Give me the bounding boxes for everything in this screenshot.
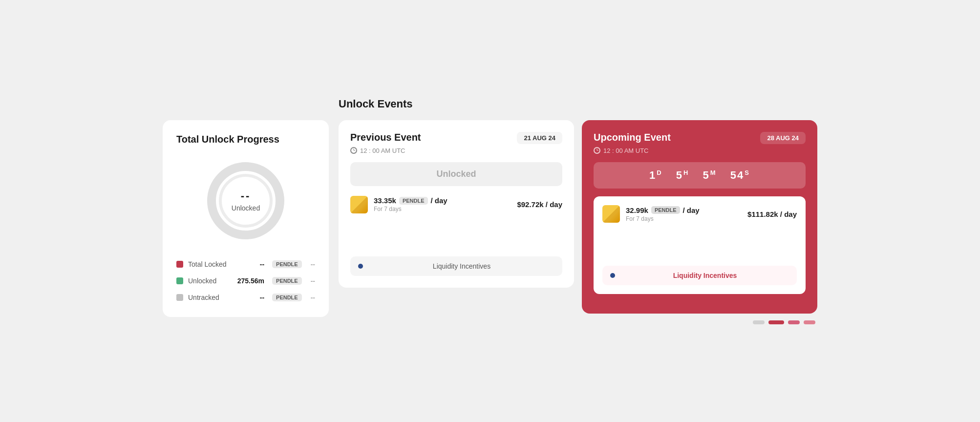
events-section: Previous Event 21 AUG 24 12 : 00 AM UTC … bbox=[339, 120, 817, 324]
upcoming-event-date: 28 AUG 24 bbox=[760, 132, 806, 144]
previous-reward-for: For 7 days bbox=[374, 206, 511, 212]
donut-label: Unlocked bbox=[232, 204, 260, 212]
legend-locked-value: -- bbox=[260, 260, 264, 268]
upcoming-event-title: Upcoming Event bbox=[594, 132, 671, 143]
countdown-bar: 1D 5H 5M 54S bbox=[594, 162, 806, 189]
donut-wrapper: -- Unlocked bbox=[202, 157, 290, 245]
unlock-events-title: Unlock Events bbox=[163, 98, 817, 110]
upcoming-reward-amount-row: 32.99k PENDLE / day bbox=[626, 206, 742, 214]
locked-dot bbox=[176, 261, 183, 268]
previous-pendle-icon bbox=[350, 196, 368, 213]
upcoming-reward-unit: / day bbox=[683, 206, 700, 214]
countdown-days: 1 bbox=[649, 169, 656, 181]
legend-untracked-badge: PENDLE bbox=[272, 294, 302, 301]
legend-unlocked-suffix: -- bbox=[311, 277, 315, 285]
upcoming-event-card: Upcoming Event 28 AUG 24 12 : 00 AM UTC … bbox=[582, 120, 817, 314]
upcoming-pendle-badge: PENDLE bbox=[651, 206, 680, 214]
countdown-seconds: 54 bbox=[730, 169, 744, 181]
progress-card-title: Total Unlock Progress bbox=[176, 134, 315, 145]
previous-pendle-badge: PENDLE bbox=[399, 197, 428, 205]
previous-liq-label: Liquidity Incentives bbox=[369, 262, 554, 270]
legend-locked-name: Total Locked bbox=[188, 260, 255, 268]
upcoming-reward-usd: $111.82k / day bbox=[747, 210, 797, 218]
untracked-dot bbox=[176, 294, 183, 301]
donut-container: -- Unlocked bbox=[176, 157, 315, 245]
progress-card: Total Unlock Progress -- Unlocked bbox=[163, 120, 329, 317]
countdown-hours: 5 bbox=[676, 169, 683, 181]
page-dot-4[interactable] bbox=[804, 320, 815, 324]
outer-container: Unlock Events Total Unlock Progress -- U… bbox=[148, 83, 832, 339]
page-dot-1[interactable] bbox=[753, 320, 765, 324]
legend-unlocked-name: Unlocked bbox=[188, 277, 233, 285]
legend-unlocked-badge: PENDLE bbox=[272, 277, 302, 285]
pagination bbox=[339, 320, 817, 324]
countdown-hours-unit: H bbox=[683, 169, 689, 176]
legend-untracked-value: -- bbox=[260, 294, 264, 301]
upcoming-liq-label: Liquidity Incentives bbox=[621, 272, 789, 279]
upcoming-liquidity-row[interactable]: Liquidity Incentives bbox=[602, 266, 797, 285]
upcoming-spacer bbox=[602, 227, 797, 266]
page-dot-3[interactable] bbox=[788, 320, 800, 324]
upcoming-reward-row: 32.99k PENDLE / day For 7 days $111.82k … bbox=[602, 205, 797, 223]
legend-locked-suffix: -- bbox=[311, 260, 315, 268]
previous-reward-amount-row: 33.35k PENDLE / day bbox=[374, 196, 511, 205]
legend-untracked-name: Untracked bbox=[188, 294, 255, 301]
previous-reward-info: 33.35k PENDLE / day For 7 days bbox=[374, 196, 511, 212]
previous-event-time: 12 : 00 AM UTC bbox=[360, 147, 405, 154]
previous-event-time-row: 12 : 00 AM UTC bbox=[350, 147, 562, 154]
countdown-seconds-unit: S bbox=[745, 169, 750, 176]
legend-items: Total Locked -- PENDLE -- Unlocked 275.5… bbox=[176, 260, 315, 301]
previous-event-date: 21 AUG 24 bbox=[517, 132, 562, 144]
donut-dash: -- bbox=[232, 190, 260, 202]
legend-row-untracked: Untracked -- PENDLE -- bbox=[176, 294, 315, 301]
previous-reward-usd: $92.72k / day bbox=[517, 200, 562, 209]
previous-clock-icon bbox=[350, 147, 357, 154]
previous-event-header: Previous Event 21 AUG 24 bbox=[350, 132, 562, 144]
legend-row-unlocked: Unlocked 275.56m PENDLE -- bbox=[176, 277, 315, 285]
events-cards: Previous Event 21 AUG 24 12 : 00 AM UTC … bbox=[339, 120, 817, 314]
legend-row-locked: Total Locked -- PENDLE -- bbox=[176, 260, 315, 268]
legend-unlocked-value: 275.56m bbox=[237, 277, 264, 285]
unlocked-button[interactable]: Unlocked bbox=[350, 162, 562, 186]
countdown-minutes-unit: M bbox=[710, 169, 717, 176]
previous-event-card: Previous Event 21 AUG 24 12 : 00 AM UTC … bbox=[339, 120, 574, 288]
upcoming-event-header: Upcoming Event 28 AUG 24 bbox=[594, 132, 806, 144]
legend-locked-badge: PENDLE bbox=[272, 260, 302, 268]
page-dot-2[interactable] bbox=[768, 320, 784, 324]
previous-reward-amount: 33.35k bbox=[374, 196, 396, 205]
upcoming-reward-for: For 7 days bbox=[626, 215, 742, 222]
upcoming-clock-icon bbox=[594, 147, 600, 154]
upcoming-event-time-row: 12 : 00 AM UTC bbox=[594, 147, 806, 154]
main-layout: Total Unlock Progress -- Unlocked bbox=[163, 120, 817, 324]
upcoming-reward-info: 32.99k PENDLE / day For 7 days bbox=[626, 206, 742, 222]
legend-untracked-suffix: -- bbox=[311, 294, 315, 301]
previous-liq-dot bbox=[358, 264, 363, 269]
previous-spacer bbox=[350, 217, 562, 256]
upcoming-liq-dot bbox=[610, 273, 615, 278]
upcoming-inner-card: 32.99k PENDLE / day For 7 days $111.82k … bbox=[594, 196, 806, 294]
previous-liquidity-row[interactable]: Liquidity Incentives bbox=[350, 256, 562, 276]
upcoming-event-time: 12 : 00 AM UTC bbox=[603, 147, 648, 154]
countdown-days-unit: D bbox=[657, 169, 662, 176]
upcoming-pendle-icon bbox=[602, 205, 620, 223]
previous-event-title: Previous Event bbox=[350, 132, 421, 143]
previous-reward-row: 33.35k PENDLE / day For 7 days $92.72k /… bbox=[350, 196, 562, 213]
countdown-minutes: 5 bbox=[703, 169, 710, 181]
previous-reward-unit: / day bbox=[431, 196, 447, 205]
donut-center: -- Unlocked bbox=[232, 190, 260, 212]
upcoming-reward-amount: 32.99k bbox=[626, 206, 648, 214]
unlocked-dot bbox=[176, 277, 183, 284]
